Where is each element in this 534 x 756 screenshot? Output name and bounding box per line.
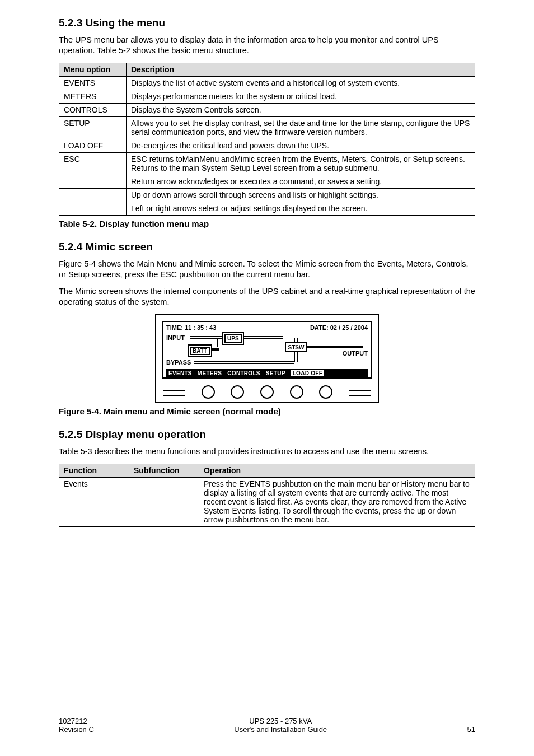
cell: Displays the list of active system event… bbox=[127, 76, 475, 90]
table-header: Operation bbox=[199, 464, 475, 477]
page-footer: 1027212 Revision C UPS 225 - 275 kVA Use… bbox=[59, 694, 475, 756]
cell bbox=[59, 188, 127, 202]
mimic-output-label: OUTPUT bbox=[343, 350, 368, 357]
cell: Displays the System Controls screen. bbox=[127, 103, 475, 116]
table-row: Up or down arrows scroll through screens… bbox=[59, 188, 475, 202]
cell bbox=[59, 175, 127, 188]
cell: LOAD OFF bbox=[59, 139, 127, 152]
section-523-paragraph: The UPS menu bar allows you to display d… bbox=[59, 35, 475, 56]
table-5-2: Menu option Description EVENTSDisplays t… bbox=[59, 63, 475, 216]
mimic-bypass-label: BYPASS bbox=[166, 359, 191, 366]
cell: Events bbox=[59, 477, 129, 526]
cell bbox=[59, 202, 127, 215]
table-header: Menu option bbox=[59, 63, 127, 76]
mimic-ups-box: UPS bbox=[224, 334, 242, 343]
table-row: METERSDisplays performance meters for th… bbox=[59, 90, 475, 103]
section-525-paragraph: Table 5-3 describes the menu functions a… bbox=[59, 446, 475, 457]
mimic-input-label: INPUT bbox=[166, 334, 185, 341]
cell: Displays performance meters for the syst… bbox=[127, 90, 475, 103]
mimic-menu-load-off: LOAD OFF bbox=[291, 370, 325, 376]
footer-left: 1027212 Revision C bbox=[59, 717, 94, 734]
table-row: SETUPAllows you to set the display contr… bbox=[59, 116, 475, 139]
table-header: Subfunction bbox=[129, 464, 199, 477]
footer-page-number: 51 bbox=[467, 725, 475, 734]
panel-button-5 bbox=[319, 385, 332, 399]
cell: Press the EVENTS pushbutton on the main … bbox=[199, 477, 475, 526]
table-row: Left or right arrows select or adjust se… bbox=[59, 202, 475, 215]
panel-button-4 bbox=[290, 385, 303, 399]
section-524-paragraph-1: Figure 5-4 shows the Main Menu and Mimic… bbox=[59, 259, 475, 280]
panel-button-2 bbox=[231, 385, 244, 399]
table-5-2-caption: Table 5-2. Display function menu map bbox=[59, 219, 475, 228]
table-5-3: Function Subfunction Operation Events Pr… bbox=[59, 464, 475, 527]
table-row: Events Press the EVENTS pushbutton on th… bbox=[59, 477, 475, 526]
mimic-batt-box: BATT bbox=[190, 347, 210, 355]
section-heading-525: 5.2.5 Display menu operation bbox=[59, 428, 475, 441]
panel-ridge-right bbox=[349, 390, 371, 394]
panel-button-1 bbox=[202, 385, 215, 399]
mimic-menu-events: EVENTS bbox=[168, 370, 192, 376]
mimic-menu-meters: METERS bbox=[198, 370, 222, 376]
footer-docnum: 1027212 bbox=[59, 717, 94, 725]
cell: METERS bbox=[59, 90, 127, 103]
mimic-menu-bar: EVENTS METERS CONTROLS SETUP LOAD OFF bbox=[166, 369, 368, 377]
footer-revision: Revision C bbox=[59, 725, 94, 734]
table-row: EVENTSDisplays the list of active system… bbox=[59, 76, 475, 90]
cell: Allows you to set the display contrast, … bbox=[127, 116, 475, 139]
panel-button-3 bbox=[260, 385, 274, 399]
footer-center: UPS 225 - 275 kVA User's and Installatio… bbox=[234, 717, 327, 734]
cell: ESC returns toMainMenu andMimic screen f… bbox=[127, 152, 475, 175]
mimic-date: DATE: 02 / 25 / 2004 bbox=[310, 324, 368, 331]
table-header: Function bbox=[59, 464, 129, 477]
table-row: LOAD OFFDe-energizes the critical load a… bbox=[59, 139, 475, 152]
table-row: CONTROLSDisplays the System Controls scr… bbox=[59, 103, 475, 116]
cell: Up or down arrows scroll through screens… bbox=[127, 188, 475, 202]
footer-title-2: User's and Installation Guide bbox=[234, 725, 327, 734]
mimic-screen-figure: TIME: 11 : 35 : 43 DATE: 02 / 25 / 2004 … bbox=[59, 314, 475, 403]
table-row: Return arrow acknowledges or executes a … bbox=[59, 175, 475, 188]
table-header: Description bbox=[127, 63, 475, 76]
panel-ridge-left bbox=[163, 390, 185, 394]
section-heading-523: 5.2.3 Using the menu bbox=[59, 17, 475, 29]
cell: ESC bbox=[59, 152, 127, 175]
mimic-time: TIME: 11 : 35 : 43 bbox=[166, 324, 216, 331]
cell: Left or right arrows select or adjust se… bbox=[127, 202, 475, 215]
table-row: ESCESC returns toMainMenu andMimic scree… bbox=[59, 152, 475, 175]
cell: CONTROLS bbox=[59, 103, 127, 116]
cell: SETUP bbox=[59, 116, 127, 139]
footer-title-1: UPS 225 - 275 kVA bbox=[234, 717, 327, 725]
mimic-stsw-box: STSW bbox=[285, 342, 307, 352]
cell: De-energizes the critical load and power… bbox=[127, 139, 475, 152]
section-heading-524: 5.2.4 Mimic screen bbox=[59, 241, 475, 253]
figure-5-4-caption: Figure 5-4. Main menu and Mimic screen (… bbox=[59, 407, 475, 416]
mimic-menu-setup: SETUP bbox=[266, 370, 285, 376]
section-524-paragraph-2: The Mimic screen shows the internal comp… bbox=[59, 286, 475, 307]
cell: Return arrow acknowledges or executes a … bbox=[127, 175, 475, 188]
cell: EVENTS bbox=[59, 76, 127, 90]
cell bbox=[129, 477, 199, 526]
mimic-menu-controls: CONTROLS bbox=[227, 370, 260, 376]
